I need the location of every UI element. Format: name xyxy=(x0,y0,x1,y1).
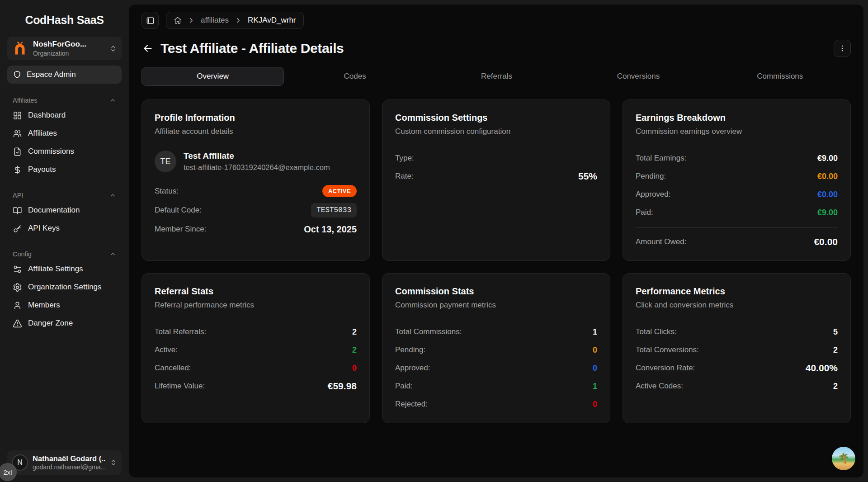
user-email: godard.nathanael@gma... xyxy=(33,463,105,471)
org-selector[interactable]: NoshForGoo... Organization xyxy=(7,37,122,60)
section-header-affiliates[interactable]: Affiliates xyxy=(7,95,122,106)
sidebar-toggle-button[interactable] xyxy=(142,12,159,29)
alert-triangle-icon xyxy=(13,319,22,328)
main-panel: affiliates RKJAvD_wrhr Test Affiliate - … xyxy=(129,5,863,477)
card-title: Profile Information xyxy=(155,113,357,123)
stat-row: Pending: 0 xyxy=(395,344,597,356)
app-title: CodHash SaaS xyxy=(7,14,122,27)
stat-row: Total Earnings: €9.00 xyxy=(636,152,838,164)
org-name: NoshForGoo... xyxy=(33,40,104,49)
sidebar-item-label: Affiliates xyxy=(28,129,57,138)
chevron-right-icon xyxy=(187,16,195,24)
sidebar-item-espace-admin[interactable]: Espace Admin xyxy=(7,66,122,84)
stat-row: Cancelled: 0 xyxy=(155,362,357,374)
island-widget-button[interactable]: 🌴 xyxy=(832,447,855,470)
tab-overview[interactable]: Overview xyxy=(142,67,284,86)
affiliate-identity: TE Test Affiliate test-affiliate-1760319… xyxy=(155,151,357,172)
card-title: Performance Metrics xyxy=(636,286,838,297)
referral-stats-card: Referral Stats Referral performance metr… xyxy=(142,273,370,423)
sidebar-section-api: API Documentation API Keys xyxy=(7,189,122,237)
commission-rate-value: 55% xyxy=(578,171,597,182)
sidebar-item-label: Danger Zone xyxy=(28,319,73,328)
card-subtitle: Affiliate account details xyxy=(155,127,357,136)
card-title: Earnings Breakdown xyxy=(636,113,838,123)
tab-conversions[interactable]: Conversions xyxy=(567,67,709,86)
sidebar-item-label: Affiliate Settings xyxy=(28,265,83,274)
section-header-api[interactable]: API xyxy=(7,189,122,201)
sidebar-section-config: Config Affiliate Settings Organization S… xyxy=(7,248,122,332)
sidebar-item-label: Espace Admin xyxy=(27,70,76,79)
sidebar-item-danger-zone[interactable]: Danger Zone xyxy=(7,314,122,332)
sidebar-item-api-keys[interactable]: API Keys xyxy=(7,219,122,237)
stat-row: Rejected: 0 xyxy=(395,398,597,410)
sidebar-item-affiliates[interactable]: Affiliates xyxy=(7,124,122,142)
section-header-config[interactable]: Config xyxy=(7,248,122,260)
chevrons-up-down-icon xyxy=(109,45,117,52)
conversion-rate-value: 40.00% xyxy=(806,363,838,373)
card-subtitle: Click and conversion metrics xyxy=(636,301,838,310)
breadcrumb-item-affiliates[interactable]: affiliates xyxy=(201,16,229,25)
tab-commissions[interactable]: Commissions xyxy=(709,67,851,86)
sidebar-item-label: API Keys xyxy=(28,224,60,233)
dollar-icon xyxy=(13,165,22,175)
breadcrumb: affiliates RKJAvD_wrhr xyxy=(166,12,304,29)
chevron-up-icon xyxy=(109,192,116,199)
stat-row: Approved: 0 xyxy=(395,362,597,374)
affiliate-name: Test Affiliate xyxy=(184,151,330,161)
users-icon xyxy=(13,129,22,138)
stat-row: Approved: €0.00 xyxy=(636,189,838,200)
stat-row: Paid: 1 xyxy=(395,380,597,392)
tab-referrals[interactable]: Referrals xyxy=(426,67,567,86)
sidebar-item-documentation[interactable]: Documentation xyxy=(7,201,122,219)
commission-settings-card: Commission Settings Custom commission co… xyxy=(382,99,610,261)
sidebar-item-label: Payouts xyxy=(28,165,56,174)
default-code-row: Default Code: TEST5033 xyxy=(155,203,357,217)
sidebar-item-label: Dashboard xyxy=(28,111,66,120)
card-title: Commission Settings xyxy=(395,113,597,123)
chevron-right-icon xyxy=(234,16,242,24)
stat-row: Total Clicks: 5 xyxy=(636,326,838,338)
arrow-left-icon xyxy=(142,43,154,54)
member-since-value: Oct 13, 2025 xyxy=(304,224,357,235)
sidebar-item-label: Members xyxy=(28,301,60,310)
sidebar-item-organization-settings[interactable]: Organization Settings xyxy=(7,278,122,296)
sidebar-item-payouts[interactable]: Payouts xyxy=(7,161,122,179)
sidebar-item-dashboard[interactable]: Dashboard xyxy=(7,106,122,124)
lifetime-value-row: Lifetime Value: €59.98 xyxy=(155,380,357,392)
sidebar-item-commissions[interactable]: Commissions xyxy=(7,142,122,161)
stat-row: Total Conversions: 2 xyxy=(636,344,838,356)
stat-row: Total Referrals: 2 xyxy=(155,326,357,338)
gear-icon xyxy=(13,283,22,292)
palm-tree-icon: 🌴 xyxy=(837,453,849,464)
chevrons-up-down-icon xyxy=(110,459,117,466)
stat-row: Conversion Rate: 40.00% xyxy=(636,362,838,374)
amount-owed-value: €0.00 xyxy=(814,236,838,247)
tab-codes[interactable]: Codes xyxy=(284,67,425,86)
performance-metrics-card: Performance Metrics Click and conversion… xyxy=(623,273,851,423)
affiliate-code-chip: TEST5033 xyxy=(311,203,357,217)
page-header: Test Affiliate - Affiliate Details xyxy=(142,40,851,57)
sidebar-item-label: Documentation xyxy=(28,206,80,215)
status-badge: ACTIVE xyxy=(322,185,357,197)
card-subtitle: Commission earnings overview xyxy=(636,127,838,136)
user-icon xyxy=(13,301,22,310)
back-button[interactable] xyxy=(142,42,154,55)
affiliate-email: test-affiliate-1760319240264@example.com xyxy=(184,163,330,172)
home-icon[interactable] xyxy=(174,16,182,24)
sidebar-item-members[interactable]: Members xyxy=(7,296,122,314)
sidebar-item-affiliate-settings[interactable]: Affiliate Settings xyxy=(7,260,122,278)
card-subtitle: Custom commission configuration xyxy=(395,127,597,136)
shield-icon xyxy=(13,70,22,79)
org-type: Organization xyxy=(33,50,104,57)
lifetime-value: €59.98 xyxy=(328,381,357,392)
breadcrumb-item-current: RKJAvD_wrhr xyxy=(248,16,296,25)
sidebar: CodHash SaaS NoshForGoo... Organization … xyxy=(0,0,129,482)
dashboard-icon xyxy=(13,111,22,120)
card-title: Referral Stats xyxy=(155,286,357,297)
user-menu[interactable]: N Nathanaël Godard (... godard.nathanael… xyxy=(7,450,122,475)
more-actions-button[interactable] xyxy=(834,40,851,57)
book-open-icon xyxy=(13,206,22,215)
stat-row: Active Codes: 2 xyxy=(636,380,838,392)
card-subtitle: Commission payment metrics xyxy=(395,301,597,310)
earnings-breakdown-card: Earnings Breakdown Commission earnings o… xyxy=(623,99,851,261)
